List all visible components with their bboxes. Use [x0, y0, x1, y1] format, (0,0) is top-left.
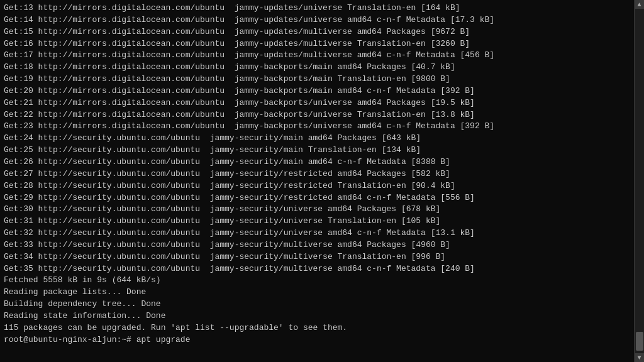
- terminal-line: Get:13 http://mirrors.digitalocean.com/u…: [4, 3, 640, 14]
- terminal-line: Fetched 5558 kB in 9s (644 kB/s): [4, 275, 640, 287]
- terminal-line: Get:25 http://security.ubuntu.com/ubuntu…: [4, 145, 640, 156]
- terminal-line: Get:23 http://mirrors.digitalocean.com/u…: [4, 121, 640, 133]
- terminal-line: Get:16 http://mirrors.digitalocean.com/u…: [4, 38, 640, 50]
- terminal-line: Get:29 http://security.ubuntu.com/ubuntu…: [4, 192, 640, 204]
- terminal-line: Building dependency tree... Done: [4, 299, 640, 310]
- terminal-prompt[interactable]: root@ubuntu-nginx-aljun:~# apt upgrade: [4, 334, 640, 346]
- terminal-line: Get:22 http://mirrors.digitalocean.com/u…: [4, 109, 640, 121]
- terminal-output: Get:13 http://mirrors.digitalocean.com/u…: [0, 0, 644, 362]
- terminal-line: Get:19 http://mirrors.digitalocean.com/u…: [4, 74, 640, 85]
- terminal-line: Get:32 http://security.ubuntu.com/ubuntu…: [4, 228, 640, 239]
- terminal-line: Get:28 http://security.ubuntu.com/ubuntu…: [4, 180, 640, 192]
- terminal-window: Get:13 http://mirrors.digitalocean.com/u…: [0, 0, 644, 362]
- terminal-line: Reading state information... Done: [4, 310, 640, 322]
- scrollbar-down-arrow[interactable]: ▼: [635, 353, 644, 362]
- terminal-line: Get:31 http://security.ubuntu.com/ubuntu…: [4, 216, 640, 228]
- terminal-line: Get:35 http://security.ubuntu.com/ubuntu…: [4, 263, 640, 275]
- terminal-line: Get:15 http://mirrors.digitalocean.com/u…: [4, 26, 640, 38]
- terminal-line: Get:33 http://security.ubuntu.com/ubuntu…: [4, 239, 640, 251]
- terminal-line: Reading package lists... Done: [4, 287, 640, 299]
- terminal-line: Get:34 http://security.ubuntu.com/ubuntu…: [4, 251, 640, 263]
- terminal-line: Get:30 http://security.ubuntu.com/ubuntu…: [4, 204, 640, 216]
- terminal-line: Get:21 http://mirrors.digitalocean.com/u…: [4, 97, 640, 109]
- scrollbar[interactable]: ▲ ▼: [634, 0, 644, 362]
- terminal-line: Get:26 http://security.ubuntu.com/ubuntu…: [4, 156, 640, 168]
- terminal-line: Get:27 http://security.ubuntu.com/ubuntu…: [4, 168, 640, 180]
- terminal-line: Get:24 http://security.ubuntu.com/ubuntu…: [4, 133, 640, 145]
- terminal-line: Get:20 http://mirrors.digitalocean.com/u…: [4, 85, 640, 97]
- terminal-line: Get:14 http://mirrors.digitalocean.com/u…: [4, 14, 640, 26]
- terminal-line: Get:17 http://mirrors.digitalocean.com/u…: [4, 50, 640, 62]
- terminal-line: 115 packages can be upgraded. Run 'apt l…: [4, 322, 640, 334]
- terminal-line: Get:18 http://mirrors.digitalocean.com/u…: [4, 62, 640, 74]
- scrollbar-up-arrow[interactable]: ▲: [635, 0, 644, 9]
- scrollbar-thumb[interactable]: [636, 332, 643, 351]
